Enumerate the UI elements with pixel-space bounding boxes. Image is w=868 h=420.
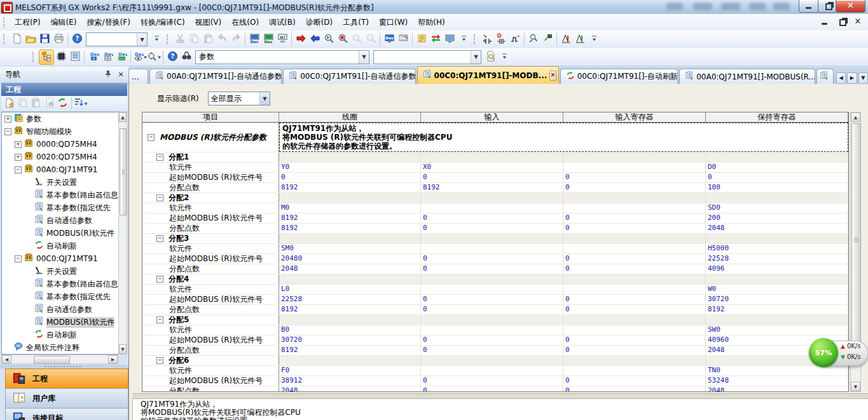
- menu-diagnostics[interactable]: 诊断(D): [301, 15, 338, 30]
- mdi-minimize-button[interactable]: [818, 16, 831, 27]
- chevron-down-icon[interactable]: ▼: [137, 33, 147, 46]
- item-cell[interactable]: −分配2: [142, 193, 279, 203]
- write-to-plc-button[interactable]: Dev: [247, 32, 261, 46]
- menu-online[interactable]: 在线(O): [226, 15, 264, 30]
- collapse-icon[interactable]: −: [156, 316, 163, 323]
- grid-cell[interactable]: 38912: [279, 376, 421, 386]
- item-cell[interactable]: −MODBUS (R)软元件分配参数: [142, 123, 279, 152]
- item-cell[interactable]: 软元件: [142, 244, 279, 254]
- item-cell[interactable]: 软元件: [142, 203, 279, 213]
- grid-cell[interactable]: D0: [706, 163, 848, 172]
- ladder-close-contact-button[interactable]: [494, 32, 508, 46]
- expand-icon[interactable]: +: [15, 154, 22, 161]
- device-memory-button[interactable]: Dev: [100, 50, 114, 64]
- item-cell[interactable]: 起始MODBUS (R)软元件号: [142, 376, 279, 386]
- toolbar-grip[interactable]: [3, 17, 6, 27]
- grid-cell[interactable]: 0: [421, 213, 563, 223]
- mdi-close-button[interactable]: ✕: [851, 16, 864, 27]
- grid-cell[interactable]: 8192: [421, 183, 563, 193]
- device-monitor-button[interactable]: Dev: [382, 32, 396, 46]
- collapse-icon[interactable]: −: [156, 276, 163, 283]
- grid-cell[interactable]: [563, 366, 706, 376]
- grid-cell[interactable]: X0: [421, 163, 563, 172]
- toolbar-grip[interactable]: [32, 52, 36, 62]
- restore-button[interactable]: [818, 0, 837, 13]
- grid-cell[interactable]: [563, 325, 706, 335]
- collapse-icon[interactable]: −: [15, 166, 22, 173]
- grid-cell[interactable]: [421, 325, 563, 335]
- tree-item[interactable]: 基本参数(指定优先: [2, 290, 118, 303]
- collapse-icon[interactable]: −: [4, 128, 11, 135]
- device-display-dropdown-button[interactable]: Dev▾: [133, 50, 147, 64]
- grid-cell[interactable]: 2048: [706, 224, 848, 233]
- find-target-combo[interactable]: 参数▼: [195, 50, 369, 64]
- grid-cell[interactable]: SD0: [706, 203, 848, 213]
- tab-scroll-right-button[interactable]: ▶: [847, 72, 857, 84]
- item-cell[interactable]: 分配点数: [142, 305, 279, 315]
- tree-item[interactable]: MODBUS(R)软元件: [2, 316, 118, 329]
- sort-button[interactable]: ▾: [74, 97, 87, 111]
- tree-item[interactable]: +0000:QD75MH4: [2, 138, 118, 151]
- intelligent-module-button[interactable]: [54, 50, 68, 64]
- nav-button-project[interactable]: 工程: [5, 369, 128, 388]
- grid-cell[interactable]: B0: [279, 325, 421, 335]
- scroll-right-icon[interactable]: ▶: [108, 355, 118, 363]
- tree-horizontal-scrollbar[interactable]: ◀ ▶: [1, 355, 118, 364]
- menu-project[interactable]: 工程(P): [10, 15, 46, 30]
- item-cell[interactable]: 分配点数: [142, 264, 279, 274]
- scale-red-button[interactable]: [559, 32, 573, 46]
- grid-cell[interactable]: [563, 285, 706, 294]
- item-cell[interactable]: 起始MODBUS (R)软元件号: [142, 254, 279, 264]
- device-comment-button[interactable]: DevA: [86, 50, 100, 64]
- screen-display-button[interactable]: [443, 32, 457, 46]
- grid-cell[interactable]: 0: [563, 183, 706, 193]
- grid-cell[interactable]: [563, 163, 706, 172]
- item-cell[interactable]: 起始MODBUS (R)软元件号: [142, 173, 279, 182]
- grid-cell[interactable]: 0: [563, 213, 706, 223]
- grid-cell[interactable]: 30720: [279, 335, 421, 345]
- new-item-button[interactable]: [3, 97, 16, 111]
- nav-button-connection[interactable]: 连接目标: [5, 408, 128, 420]
- read-from-plc-button[interactable]: Dev: [261, 32, 275, 46]
- item-cell[interactable]: 软元件: [142, 285, 279, 294]
- document-tab[interactable]: 00A0:QJ71MT91[]-MODBUS(R...: [679, 69, 815, 84]
- transfer-setup-button[interactable]: [429, 32, 443, 46]
- item-cell[interactable]: 软元件: [142, 366, 279, 376]
- grid-cell[interactable]: 0: [563, 305, 706, 315]
- grid-cell[interactable]: SW0: [706, 325, 848, 335]
- grid-cell[interactable]: 0: [563, 376, 706, 386]
- save-project-button[interactable]: [38, 32, 52, 46]
- grid-cell[interactable]: 0: [563, 346, 706, 355]
- grid-cell[interactable]: [421, 285, 563, 294]
- toolbar-grip[interactable]: [474, 34, 477, 44]
- grid-cell[interactable]: 2048: [706, 386, 848, 392]
- scroll-down-icon[interactable]: ▼: [119, 344, 127, 354]
- grid-cell[interactable]: [421, 366, 563, 376]
- grid-cell[interactable]: 0: [421, 264, 563, 274]
- grid-cell[interactable]: 4096: [706, 264, 848, 274]
- scale-green-button[interactable]: [573, 32, 587, 46]
- tree-vertical-scrollbar[interactable]: ▲ ▼: [118, 112, 127, 355]
- grid-cell[interactable]: M0: [279, 203, 421, 213]
- open-project-button[interactable]: [24, 32, 38, 46]
- scrollbar-thumb[interactable]: [851, 123, 861, 356]
- document-tab[interactable]: 00C0:QJ71MT91[]-MODB...×: [417, 66, 559, 84]
- tree-item[interactable]: 自动刷新: [2, 329, 118, 341]
- item-cell[interactable]: 软元件: [142, 325, 279, 335]
- document-tab[interactable]: [816, 69, 834, 84]
- tree-item[interactable]: 全局软元件注释: [2, 341, 118, 354]
- tree-item[interactable]: 自动通信参数: [2, 214, 118, 227]
- grid-cell[interactable]: 0: [421, 224, 563, 233]
- scroll-up-icon[interactable]: ▲: [119, 112, 127, 122]
- minimize-button[interactable]: [799, 0, 819, 13]
- item-cell[interactable]: −分配4: [142, 274, 279, 284]
- net-speed-widget[interactable]: ▲0K/s ▼0K/s 57%: [809, 337, 868, 369]
- grid-cell[interactable]: 0: [421, 305, 563, 315]
- grid-cell[interactable]: 0: [563, 386, 706, 392]
- toolbar-overflow-button[interactable]: [497, 50, 511, 64]
- scrollbar-thumb[interactable]: [34, 356, 70, 364]
- collapse-icon[interactable]: −: [148, 134, 155, 141]
- scroll-down-icon[interactable]: ▼: [851, 382, 860, 391]
- find-in-document-button[interactable]: [483, 50, 497, 64]
- grid-cell[interactable]: 200: [706, 213, 848, 223]
